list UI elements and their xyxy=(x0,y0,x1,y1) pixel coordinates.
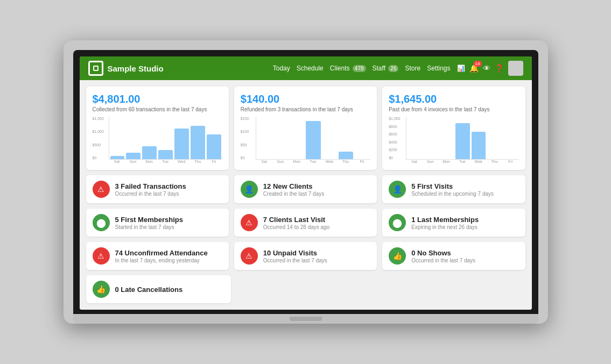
clients-last-visit-desc: Occurred 14 to 28 days ago xyxy=(263,224,329,230)
stats-grid: ⚠ 3 Failed Transactions Occurred in the … xyxy=(86,175,525,270)
stat-failed-transactions[interactable]: ⚠ 3 Failed Transactions Occurred in the … xyxy=(86,175,229,203)
unconfirmed-attendance-desc: In the last 7 days, ending yesterday xyxy=(115,258,208,263)
last-memberships-title: 1 Last Memberships xyxy=(411,216,479,224)
first-memberships-icon: ⬤ xyxy=(93,214,110,231)
bar xyxy=(142,146,157,159)
reports-icon[interactable]: 📊 xyxy=(457,65,465,72)
no-shows-desc: Occurred in the last 7 days xyxy=(411,258,475,263)
last-memberships-icon: ⬤ xyxy=(389,214,406,231)
collected-subtitle: Collected from 60 transactions in the la… xyxy=(93,106,222,112)
bar xyxy=(126,153,141,159)
stat-first-memberships[interactable]: ⬤ 5 First Memberships Started in the las… xyxy=(86,209,229,237)
failed-transactions-icon: ⚠ xyxy=(93,181,110,198)
unpaid-visits-title: 10 Unpaid Visits xyxy=(263,249,327,257)
unpaid-visits-icon: ⚠ xyxy=(241,247,258,265)
unconfirmed-attendance-title: 74 Unconfirmed Attendance xyxy=(115,249,208,257)
stat-late-cancellations[interactable]: 👍 0 Late Cancellations xyxy=(86,275,231,303)
chart-2-bars xyxy=(256,117,370,160)
new-clients-icon: 👤 xyxy=(241,181,258,198)
failed-transactions-title: 3 Failed Transactions xyxy=(115,182,186,190)
stat-unconfirmed-attendance[interactable]: ⚠ 74 Unconfirmed Attendance In the last … xyxy=(86,242,229,270)
clients-last-visit-icon: ⚠ xyxy=(241,214,258,231)
unconfirmed-attendance-icon: ⚠ xyxy=(93,247,110,265)
chart-3-bars xyxy=(406,117,518,160)
no-shows-title: 0 No Shows xyxy=(411,249,475,257)
chart-2-labels: SatSunMonTueWedThuFri xyxy=(256,160,370,163)
logo-inner xyxy=(93,66,99,71)
bar xyxy=(455,123,470,159)
bottom-row: 👍 0 Late Cancellations xyxy=(86,275,525,303)
clients-last-visit-title: 7 Clients Last Visit xyxy=(263,216,329,224)
bar xyxy=(306,121,320,159)
unpaid-visits-desc: Occurred in the last 7 days xyxy=(263,258,327,263)
logo-icon xyxy=(88,61,103,76)
laptop-base xyxy=(73,314,538,324)
collected-chart: $4,801.00 Collected from 60 transactions… xyxy=(86,87,229,170)
stat-clients-last-visit[interactable]: ⚠ 7 Clients Last Visit Occurred 14 to 28… xyxy=(234,209,377,237)
notification-icon[interactable]: 🔔 14 xyxy=(469,64,479,73)
user-avatar[interactable] xyxy=(508,61,523,76)
late-cancellations-title: 0 Late Cancellations xyxy=(115,286,183,294)
bar xyxy=(191,126,205,159)
header-icons: 📊 🔔 14 👁 ❓ xyxy=(457,61,523,76)
first-visits-desc: Scheduled in the upcoming 7 days xyxy=(411,191,494,197)
app-header: Sample Studio Today Schedule Clients 478… xyxy=(80,56,532,80)
main-content: $4,801.00 Collected from 60 transactions… xyxy=(80,80,532,310)
charts-row: $4,801.00 Collected from 60 transactions… xyxy=(86,87,525,170)
main-nav: Today Schedule Clients 478 Staff 26 Stor… xyxy=(273,65,451,72)
refunded-subtitle: Refunded from 3 transactions in the last… xyxy=(241,106,370,112)
nav-schedule[interactable]: Schedule xyxy=(297,65,324,72)
app-title: Sample Studio xyxy=(108,64,164,73)
chart-3-labels: SatSunMonTueWedThuFri xyxy=(406,160,518,163)
collected-amount: $4,801.00 xyxy=(93,93,222,105)
bar xyxy=(174,129,189,159)
pastdue-amount: $1,645.00 xyxy=(389,93,518,105)
first-memberships-title: 5 First Memberships xyxy=(115,216,183,224)
nav-staff[interactable]: Staff 26 xyxy=(373,65,399,72)
nav-settings[interactable]: Settings xyxy=(427,65,450,72)
logo-area: Sample Studio xyxy=(88,61,164,76)
stat-unpaid-visits[interactable]: ⚠ 10 Unpaid Visits Occurred in the last … xyxy=(234,242,377,270)
eye-icon[interactable]: 👁 xyxy=(483,64,490,73)
first-visits-icon: 👤 xyxy=(389,181,406,198)
nav-store[interactable]: Store xyxy=(405,65,420,72)
stat-new-clients[interactable]: 👤 12 New Clients Created in the last 7 d… xyxy=(234,175,377,203)
bar xyxy=(339,152,353,159)
nav-today[interactable]: Today xyxy=(273,65,290,72)
refunded-chart: $140.00 Refunded from 3 transactions in … xyxy=(234,87,377,170)
laptop-frame: Sample Studio Today Schedule Clients 478… xyxy=(64,40,548,324)
stat-no-shows[interactable]: 👍 0 No Shows Occurred in the last 7 days xyxy=(382,242,525,270)
bar xyxy=(158,150,173,159)
bar xyxy=(207,134,221,159)
refunded-amount: $140.00 xyxy=(241,93,370,105)
new-clients-desc: Created in the last 7 days xyxy=(263,191,324,197)
failed-transactions-desc: Occurred in the last 7 days xyxy=(115,191,186,197)
late-cancellations-icon: 👍 xyxy=(93,281,110,298)
pastdue-subtitle: Past due from 4 invoices in the last 7 d… xyxy=(389,106,518,112)
stat-last-memberships[interactable]: ⬤ 1 Last Memberships Expiring in the nex… xyxy=(382,209,525,237)
bar xyxy=(472,132,486,159)
no-shows-icon: 👍 xyxy=(389,247,406,265)
screen-bezel: Sample Studio Today Schedule Clients 478… xyxy=(73,50,538,314)
first-memberships-desc: Started in the last 7 days xyxy=(115,224,183,230)
help-icon[interactable]: ❓ xyxy=(495,64,504,73)
first-visits-title: 5 First Visits xyxy=(411,182,494,190)
screen: Sample Studio Today Schedule Clients 478… xyxy=(80,56,532,310)
last-memberships-desc: Expiring in the next 26 days xyxy=(411,224,479,230)
bar xyxy=(110,156,125,159)
nav-clients[interactable]: Clients 478 xyxy=(330,65,366,72)
laptop-notch xyxy=(290,317,322,321)
stat-first-visits[interactable]: 👤 5 First Visits Scheduled in the upcomi… xyxy=(382,175,525,203)
pastdue-chart: $1,645.00 Past due from 4 invoices in th… xyxy=(382,87,525,170)
chart-1-bars xyxy=(109,117,222,160)
new-clients-title: 12 New Clients xyxy=(263,182,324,190)
chart-1-labels: SatSunMonTueWedThuFri xyxy=(109,160,222,163)
